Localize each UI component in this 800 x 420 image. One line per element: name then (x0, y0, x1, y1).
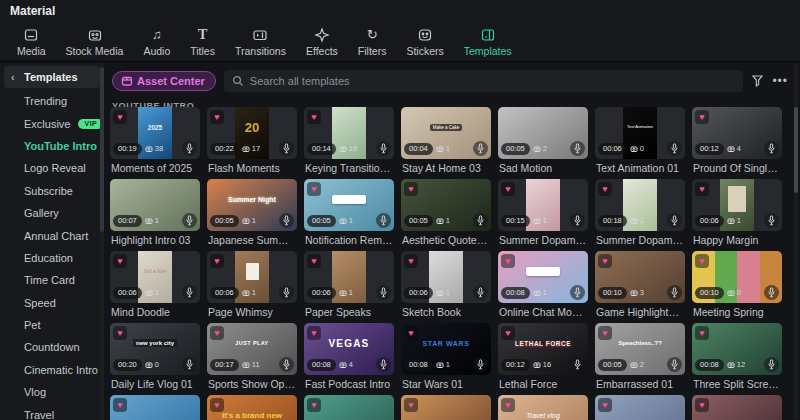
mic-button[interactable] (473, 141, 488, 156)
mic-button[interactable] (376, 357, 391, 372)
favorite-heart-icon[interactable]: ♥ (210, 254, 224, 268)
favorite-heart-icon[interactable]: ♥ (404, 326, 418, 340)
template-card[interactable]: STAR WARS ♥ 00:08 1 Star Wars 01 (401, 323, 491, 391)
mic-button[interactable] (667, 285, 682, 300)
tab-titles[interactable]: T Titles (181, 24, 224, 59)
template-card[interactable]: Summer Night ♥ 00:05 1 Japanese Summer 0… (207, 179, 297, 247)
template-card[interactable]: Just a Note ♥ 00:06 1 Mind Doodle (110, 251, 200, 319)
template-card[interactable]: ♥ 00:10 0 (304, 395, 394, 420)
sidebar-item-exclusive[interactable]: ‹ Exclusive VIP (0, 112, 104, 134)
template-card[interactable]: VEGAS ♥ 00:08 4 Fast Podcast Intro (304, 323, 394, 391)
mic-button[interactable] (570, 213, 585, 228)
favorite-heart-icon[interactable]: ♥ (307, 110, 321, 124)
template-card[interactable]: Text Animation ♥ 00:06 0 Text Animation … (595, 107, 685, 175)
template-card[interactable]: ♥ 00:05 1 Notification Reminder (304, 179, 394, 247)
favorite-heart-icon[interactable]: ♥ (695, 110, 709, 124)
mic-button[interactable] (182, 213, 197, 228)
template-card[interactable]: ♥ 00:14 19 Keying Transition Style... (304, 107, 394, 175)
template-card[interactable]: new york city ♥ 00:20 0 Daily Life Vlog … (110, 323, 200, 391)
sidebar-item-subscribe[interactable]: ‹ Subscribe (0, 180, 104, 202)
template-card[interactable]: ♥ 00:15 1 Summer Dopamine 04 (498, 179, 588, 247)
favorite-heart-icon[interactable]: ♥ (695, 182, 709, 196)
favorite-heart-icon[interactable]: ♥ (113, 254, 127, 268)
template-card[interactable]: It's a brand new ♥ 00:10 10 (207, 395, 297, 420)
mic-button[interactable] (570, 357, 585, 372)
favorite-heart-icon[interactable]: ♥ (501, 254, 515, 268)
mic-button[interactable] (667, 141, 682, 156)
favorite-heart-icon[interactable]: ♥ (404, 182, 418, 196)
mic-button[interactable] (667, 357, 682, 372)
search-input[interactable] (250, 75, 736, 87)
sidebar-item-cinematic-intro[interactable]: ‹ Cinematic Intro (0, 359, 104, 381)
mic-button[interactable] (279, 285, 294, 300)
template-card[interactable]: ♥ 00:05 2 Sad Motion (498, 107, 588, 175)
template-card[interactable]: ♥ 00:07 1 Highlight Intro 03 (110, 179, 200, 247)
template-card[interactable]: ♥ 00:06 1 Paper Speaks (304, 251, 394, 319)
favorite-heart-icon[interactable]: ♥ (501, 182, 515, 196)
tab-stock-media[interactable]: Stock Media (57, 24, 133, 59)
template-card[interactable]: JUST PLAY ♥ 00:17 11 Sports Show Opener (207, 323, 297, 391)
favorite-heart-icon[interactable]: ♥ (695, 398, 709, 412)
mic-button[interactable] (279, 357, 294, 372)
mic-button[interactable] (376, 213, 391, 228)
template-card[interactable]: ♥ 00:10 3 Game Highlights 01 (595, 251, 685, 319)
favorite-heart-icon[interactable]: ♥ (307, 254, 321, 268)
mic-button[interactable] (182, 141, 197, 156)
sidebar-item-education[interactable]: ‹ Education (0, 247, 104, 269)
favorite-heart-icon[interactable]: ♥ (307, 326, 321, 340)
mic-button[interactable] (764, 357, 779, 372)
template-card[interactable]: ♥ 00:06 1 Sketch Book (401, 251, 491, 319)
more-options-button[interactable]: ••• (772, 74, 792, 88)
sidebar-item-time-card[interactable]: ‹ Time Card (0, 269, 104, 291)
template-card[interactable]: ♥ 00:08 12 Three Split Screen 03 (692, 323, 782, 391)
mic-button[interactable] (376, 141, 391, 156)
tab-transitions[interactable]: Transitions (226, 24, 295, 59)
sidebar-item-templates[interactable]: ‹ Templates (4, 66, 100, 88)
mic-button[interactable] (473, 285, 488, 300)
favorite-heart-icon[interactable]: ♥ (695, 254, 709, 268)
tab-templates[interactable]: Templates (455, 24, 521, 59)
template-card[interactable]: ♥ 00:05 5 (110, 395, 200, 420)
mic-button[interactable] (376, 285, 391, 300)
template-card[interactable]: LETHAL FORCE ♥ 00:12 16 Lethal Force (498, 323, 588, 391)
template-card[interactable]: ♥ 00:08 1 Online Chat Mobile (498, 251, 588, 319)
mic-button[interactable] (764, 285, 779, 300)
scrollbar-thumb[interactable] (794, 107, 798, 193)
mic-button[interactable] (570, 285, 585, 300)
template-card[interactable]: Speechless..?? ♥ 00:05 2 Embarrassed 01 (595, 323, 685, 391)
tab-stickers[interactable]: Stickers (397, 24, 452, 59)
template-card[interactable]: Make a Cake ♥ 00:04 1 Stay At Home 03 (401, 107, 491, 175)
mic-button[interactable] (279, 213, 294, 228)
sidebar-item-gallery[interactable]: ‹ Gallery (0, 202, 104, 224)
template-card[interactable]: ♥ 00:12 4 Pround Of Single 03 (692, 107, 782, 175)
search-bar[interactable] (224, 70, 744, 92)
mic-button[interactable] (764, 141, 779, 156)
template-card[interactable]: ♥ 00:07 12 (692, 395, 782, 420)
template-card[interactable]: ♥ 00:18 1 Summer Dopamine 05 (595, 179, 685, 247)
favorite-heart-icon[interactable]: ♥ (404, 254, 418, 268)
template-card[interactable]: ♥ 00:06 1 Happy Margin (692, 179, 782, 247)
sidebar-item-speed[interactable]: ‹ Speed (0, 292, 104, 314)
template-card[interactable]: ♥ 00:05 1 Aesthetic Quote Post 01 (401, 179, 491, 247)
sidebar-item-logo-reveal[interactable]: ‹ Logo Reveal (0, 157, 104, 179)
tab-effects[interactable]: Effects (297, 24, 347, 59)
mic-button[interactable] (473, 357, 488, 372)
favorite-heart-icon[interactable]: ♥ (501, 326, 515, 340)
asset-center-button[interactable]: Asset Center (112, 71, 216, 91)
favorite-heart-icon[interactable]: ♥ (598, 182, 612, 196)
sidebar-item-vlog[interactable]: ‹ Vlog (0, 381, 104, 403)
mic-button[interactable] (182, 285, 197, 300)
template-card[interactable]: ♥ 00:10 0 (401, 395, 491, 420)
favorite-heart-icon[interactable]: ♥ (210, 326, 224, 340)
filter-button[interactable] (751, 74, 764, 87)
favorite-heart-icon[interactable]: ♥ (307, 182, 321, 196)
mic-button[interactable] (764, 213, 779, 228)
favorite-heart-icon[interactable]: ♥ (695, 326, 709, 340)
sidebar-item-annual-chart[interactable]: ‹ Annual Chart (0, 224, 104, 246)
mic-button[interactable] (182, 357, 197, 372)
template-card[interactable]: Travel vlog ♥ 00:10 14 (498, 395, 588, 420)
mic-button[interactable] (667, 213, 682, 228)
template-card[interactable]: ♥ 00:10 0 Meeting Spring (692, 251, 782, 319)
favorite-heart-icon[interactable]: ♥ (210, 398, 224, 412)
favorite-heart-icon[interactable]: ♥ (598, 254, 612, 268)
